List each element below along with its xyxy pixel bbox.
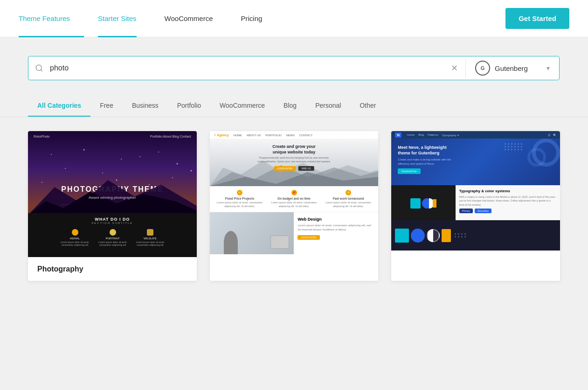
- agency-card-bottom: Web Design Lorem ipsum dolor sit amet, c…: [210, 212, 379, 254]
- cards-grid: RokoPhoto Portfolio About Blog Contact: [0, 117, 588, 295]
- neve-download-btn[interactable]: Download free: [398, 168, 420, 174]
- category-blog[interactable]: Blog: [274, 94, 306, 117]
- categories-bar: All Categories Free Business Portfolio W…: [0, 94, 588, 117]
- category-other[interactable]: Other: [350, 94, 385, 117]
- person-silhouette: [224, 231, 238, 254]
- neve-hero: Meet Neve, a lightweight theme for Guten…: [391, 139, 560, 185]
- feature-on-budget: 📌 On budget and on time Lorem ipsum dolo…: [267, 190, 321, 208]
- gutenberg-icon: G: [475, 61, 490, 76]
- feature-fast-turnaround: ⚡ Fast work turnaround Lorem ipsum dolor…: [321, 190, 376, 208]
- svg-point-6: [177, 163, 178, 165]
- blue-circle-shape: [411, 229, 425, 243]
- nav-theme-features-label: Theme Features: [19, 14, 70, 22]
- fast-turnaround-icon: ⚡: [346, 190, 351, 195]
- nav-pricing-label: Pricing: [241, 14, 263, 22]
- neve-logo: N: [395, 132, 401, 138]
- agency-card-nav: ✓ Agency HOME ABOUT US PORTFOLIO NEWS CO…: [210, 131, 379, 139]
- yellow-rect-shape: [442, 229, 451, 242]
- svg-point-4: [121, 159, 122, 160]
- neve-typo-content: Typography & color systems With a unique…: [456, 185, 560, 220]
- neve-shapes-mini: [409, 189, 437, 217]
- svg-rect-23: [433, 199, 436, 208]
- fixed-price-icon: ✓: [237, 190, 242, 195]
- agency-hero-section: Create and grow yourunique website today…: [210, 139, 379, 186]
- svg-rect-21: [410, 198, 421, 209]
- neve-typo-thumbnail: [391, 185, 455, 220]
- neve-card-nav: N Home Blog Patterns Typography ▾ ☰ 🔍: [391, 131, 560, 139]
- card-photography-label: Photography: [28, 257, 197, 281]
- category-all[interactable]: All Categories: [28, 94, 90, 117]
- portrait-icon: [110, 229, 116, 236]
- category-personal[interactable]: Personal: [306, 94, 350, 117]
- wildlife-icon: [147, 229, 153, 236]
- svg-line-1: [41, 70, 42, 71]
- nav-bar: Theme Features Starter Sites WooCommerce…: [0, 0, 588, 37]
- card-photography-preview: RokoPhoto Portfolio About Blog Contact: [28, 131, 197, 257]
- svg-point-10: [191, 170, 192, 172]
- hire-us-btn[interactable]: HIRE US: [298, 166, 314, 171]
- search-icon: [28, 64, 50, 72]
- nav-starter-sites-label: Starter Sites: [98, 14, 137, 22]
- search-clear-button[interactable]: ✕: [443, 63, 465, 73]
- agency-bottom-image: [210, 212, 294, 254]
- agency-hero-content: Create and grow yourunique website today…: [257, 144, 331, 171]
- svg-point-7: [65, 168, 66, 169]
- gutenberg-label: Gutenberg: [495, 64, 542, 72]
- learn-more-btn[interactable]: LEARN MORE: [274, 166, 296, 171]
- nav-items: Theme Features Starter Sites WooCommerce…: [19, 0, 505, 37]
- svg-point-3: [83, 149, 85, 151]
- category-business[interactable]: Business: [123, 94, 168, 117]
- svg-point-8: [102, 173, 103, 174]
- neve-dots-right: [455, 233, 466, 237]
- neve-hero-content: Meet Neve, a lightweight theme for Guten…: [398, 145, 454, 174]
- neve-typography-section: Typography & color systems With a unique…: [391, 185, 560, 220]
- photo-card-nav: RokoPhoto Portfolio About Blog Contact: [28, 135, 197, 138]
- neve-tags: Primary Secondary: [459, 209, 556, 213]
- search-row: ✕ G Gutenberg ▾: [28, 56, 560, 80]
- get-started-button[interactable]: Get Started: [505, 8, 569, 29]
- photo-preview: RokoPhoto Portfolio About Blog Contact: [28, 131, 197, 257]
- svg-point-0: [36, 65, 42, 70]
- category-free[interactable]: Free: [90, 94, 123, 117]
- category-woocommerce[interactable]: WooCommerce: [210, 94, 274, 117]
- photo-cols: AERIAL Lorem ipsum dolor sit amet,consec…: [61, 229, 164, 246]
- neve-dots-decoration: [505, 143, 523, 150]
- card-web-agency-preview: ✓ Agency HOME ABOUT US PORTFOLIO NEWS CO…: [210, 131, 379, 281]
- card-web-agency[interactable]: ✓ Agency HOME ABOUT US PORTFOLIO NEWS CO…: [210, 131, 379, 281]
- photo-col-portrait: PORTRAIT Lorem ipsum dolor sit ametconse…: [98, 229, 126, 246]
- nav-item-woocommerce[interactable]: WooCommerce: [151, 0, 227, 37]
- card-photography[interactable]: RokoPhoto Portfolio About Blog Contact: [28, 131, 197, 281]
- nav-woocommerce-label: WooCommerce: [165, 14, 213, 22]
- svg-point-2: [51, 154, 52, 155]
- svg-point-5: [158, 152, 159, 153]
- agency-bottom-text: Web Design Lorem ipsum dolor sit amet, c…: [294, 212, 378, 254]
- category-portfolio[interactable]: Portfolio: [168, 94, 210, 117]
- svg-point-9: [139, 156, 140, 157]
- photo-card-bottom: WHAT DO I DO SECTION SUBTITLE AERIAL Lor…: [28, 213, 197, 258]
- nav-item-theme-features[interactable]: Theme Features: [19, 0, 84, 37]
- teal-square-shape: [395, 229, 409, 243]
- feature-fixed-price: ✓ Fixed Price Projects Lorem ipsum dolor…: [213, 190, 267, 208]
- laptop-shape: [270, 236, 289, 249]
- chevron-down-icon: ▾: [546, 64, 550, 72]
- nav-item-starter-sites[interactable]: Starter Sites: [84, 0, 151, 37]
- neve-shapes-section: [391, 220, 560, 251]
- photo-col-wildlife: WILDLIFE Lorem ipsum dolor sit ametconse…: [136, 229, 164, 246]
- card-neve-preview: N Home Blog Patterns Typography ▾ ☰ 🔍: [391, 131, 560, 281]
- on-budget-icon: 📌: [291, 190, 297, 195]
- search-area: ✕ G Gutenberg ▾: [0, 37, 588, 94]
- photo-col-aerial: AERIAL Lorem ipsum dolor sit amet,consec…: [61, 229, 90, 246]
- half-circle-shape: [427, 229, 440, 242]
- neve-tag-secondary: Secondary: [475, 209, 491, 213]
- hero-circle-mid: [527, 148, 546, 167]
- agency-features-row: ✓ Fixed Price Projects Lorem ipsum dolor…: [210, 186, 379, 212]
- search-input[interactable]: [50, 56, 443, 80]
- nav-item-pricing[interactable]: Pricing: [227, 0, 277, 37]
- gutenberg-selector[interactable]: G Gutenberg ▾: [466, 61, 559, 76]
- agency-hero-buttons: LEARN MORE HIRE US: [257, 166, 331, 171]
- aerial-icon: [72, 229, 78, 236]
- neve-tag-primary: Primary: [459, 209, 473, 213]
- card-neve[interactable]: N Home Blog Patterns Typography ▾ ☰ 🔍: [391, 131, 560, 281]
- agency-bottom-learn-btn[interactable]: LEARN MORE: [297, 235, 319, 240]
